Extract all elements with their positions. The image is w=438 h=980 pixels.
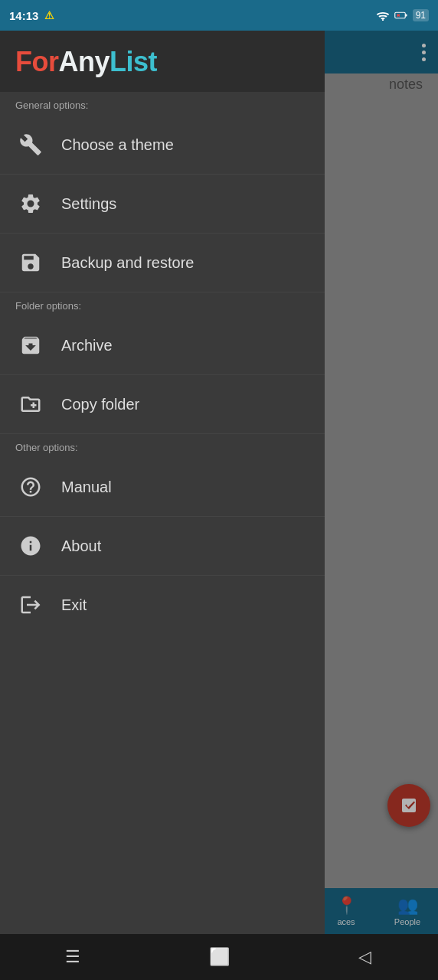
archive-label: Archive <box>61 337 113 354</box>
about-label: About <box>61 537 101 555</box>
exit-label: Exit <box>61 596 87 614</box>
menu-item-copy-folder[interactable]: Copy folder <box>0 375 325 434</box>
other-options-header: Other options: <box>0 434 325 458</box>
wrench-icon <box>15 129 46 160</box>
status-left: 14:13 ⚠ <box>9 9 54 22</box>
general-options-header: General options: <box>0 92 325 116</box>
menu-item-manual[interactable]: Manual <box>0 458 325 517</box>
backup-restore-label: Backup and restore <box>61 254 194 272</box>
svg-rect-1 <box>394 12 405 18</box>
battery-level: 91 <box>413 9 429 21</box>
logo-any: Any <box>59 46 110 77</box>
folder-options-header: Folder options: <box>0 292 325 316</box>
floppy-icon <box>15 247 46 278</box>
info-icon <box>15 531 46 561</box>
wifi-icon <box>376 10 390 21</box>
nav-back-button[interactable]: ◁ <box>292 934 438 980</box>
exit-icon <box>15 590 46 620</box>
logo-list: List <box>110 46 157 77</box>
menu-item-about[interactable]: About <box>0 517 325 576</box>
logo-for: For <box>15 46 59 77</box>
archive-icon <box>15 330 46 361</box>
system-nav-bar: ☰ ⬜ ◁ <box>0 934 438 980</box>
nav-home-button[interactable]: ⬜ <box>146 934 293 980</box>
svg-rect-2 <box>405 15 407 17</box>
copy-folder-icon <box>15 389 46 420</box>
menu-item-archive[interactable]: Archive <box>0 316 325 375</box>
menu-item-choose-theme[interactable]: Choose a theme <box>0 116 325 175</box>
svg-point-0 <box>382 19 384 21</box>
warning-icon: ⚠ <box>44 9 54 21</box>
status-bar: 14:13 ⚠ 91 <box>0 0 438 31</box>
gear-icon <box>15 188 46 219</box>
main-content: notes 📍 aces 👥 People ForAnyList <box>0 31 438 934</box>
menu-item-settings[interactable]: Settings <box>0 175 325 234</box>
battery-x-icon <box>394 11 408 20</box>
choose-theme-label: Choose a theme <box>61 136 174 154</box>
status-right: 91 <box>376 9 429 21</box>
navigation-drawer: ForAnyList General options: Choose a the… <box>0 31 325 934</box>
time: 14:13 <box>9 9 38 22</box>
copy-folder-label: Copy folder <box>61 396 139 413</box>
nav-menu-button[interactable]: ☰ <box>0 934 146 980</box>
menu-item-backup-restore[interactable]: Backup and restore <box>0 234 325 292</box>
manual-label: Manual <box>61 479 112 496</box>
settings-label: Settings <box>61 195 116 213</box>
app-logo: ForAnyList <box>0 31 325 92</box>
question-icon <box>15 472 46 502</box>
menu-item-exit[interactable]: Exit <box>0 576 325 634</box>
